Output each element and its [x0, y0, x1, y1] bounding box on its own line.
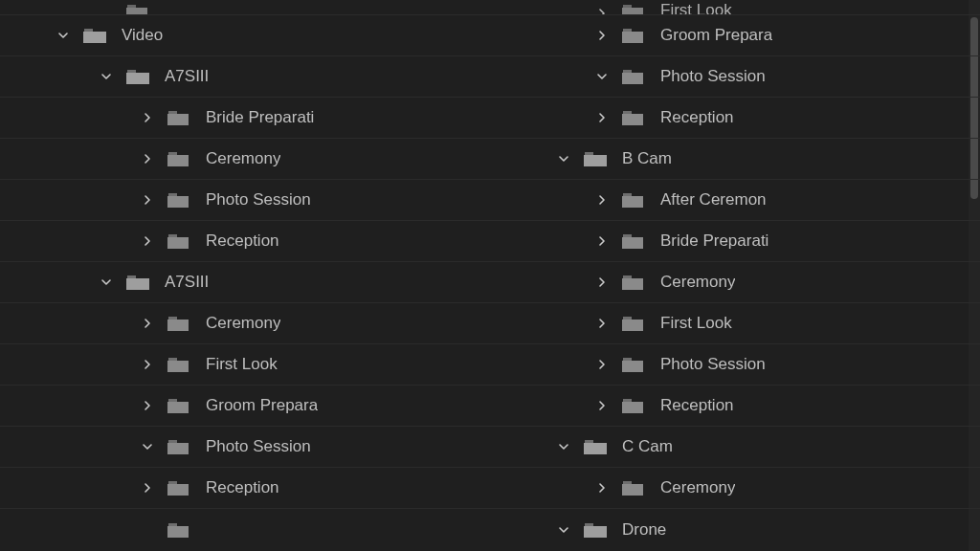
folder-label: Video: [122, 26, 163, 45]
tree-row[interactable]: Photo Session: [0, 180, 531, 221]
folder-icon: [167, 438, 190, 455]
tree-row[interactable]: Bride Preparati: [531, 221, 980, 262]
tree-row[interactable]: Video: [0, 15, 531, 56]
tree-row[interactable]: Ceremony: [0, 303, 531, 344]
tree-row[interactable]: First Look: [531, 0, 980, 15]
svg-rect-8: [168, 152, 177, 155]
folder-icon: [622, 3, 645, 15]
chevron-right-icon: [141, 523, 154, 537]
folder-label: Reception: [206, 478, 279, 497]
folder-tree-right[interactable]: First LookGroom PreparaPhoto SessionRece…: [531, 0, 980, 551]
svg-rect-41: [622, 237, 643, 249]
folder-label: Drone: [622, 520, 666, 540]
svg-rect-9: [167, 155, 189, 166]
svg-rect-22: [168, 440, 177, 443]
tree-row-partial: [0, 0, 531, 15]
svg-rect-40: [623, 234, 632, 237]
chevron-down-icon[interactable]: [141, 440, 154, 453]
svg-rect-25: [167, 484, 189, 496]
svg-rect-24: [168, 481, 177, 484]
tree-row[interactable]: After Ceremon: [531, 180, 980, 221]
chevron-down-icon[interactable]: [557, 440, 570, 453]
chevron-right-icon[interactable]: [595, 276, 609, 289]
folder-label: Ceremony: [206, 149, 280, 168]
chevron-down-icon[interactable]: [100, 70, 113, 83]
svg-rect-45: [622, 320, 643, 331]
chevron-right-icon[interactable]: [141, 111, 154, 124]
chevron-right-icon[interactable]: [595, 317, 609, 330]
chevron-down-icon[interactable]: [557, 152, 570, 165]
chevron-right-icon[interactable]: [141, 193, 154, 207]
folder-label: Groom Prepara: [660, 26, 772, 45]
project-bins: VideoA7SIIIBride PreparatiCeremonyPhoto …: [0, 0, 980, 551]
svg-rect-18: [168, 358, 177, 361]
chevron-right-icon[interactable]: [595, 481, 609, 495]
folder-icon: [622, 274, 645, 291]
tree-row[interactable]: Photo Session: [531, 344, 980, 386]
folder-icon: [622, 397, 645, 414]
tree-row[interactable]: Photo Session: [531, 56, 980, 98]
tree-row[interactable]: First Look: [0, 344, 531, 386]
folder-icon: [622, 315, 645, 332]
chevron-right-icon[interactable]: [595, 7, 609, 15]
chevron-down-icon[interactable]: [595, 70, 609, 83]
folder-icon: [622, 479, 645, 496]
tree-row[interactable]: Reception: [531, 98, 980, 139]
chevron-right-icon[interactable]: [141, 317, 154, 330]
tree-row[interactable]: Reception: [0, 468, 531, 509]
tree-row[interactable]: Reception: [0, 221, 531, 262]
svg-rect-2: [84, 29, 93, 32]
tree-row[interactable]: Drone: [531, 509, 980, 550]
tree-row-partial: [0, 509, 531, 550]
chevron-right-icon[interactable]: [595, 193, 609, 207]
folder-tree-left[interactable]: VideoA7SIIIBride PreparatiCeremonyPhoto …: [0, 0, 531, 551]
tree-row[interactable]: Photo Session: [0, 427, 531, 468]
tree-row[interactable]: First Look: [531, 303, 980, 344]
folder-label: Photo Session: [660, 67, 766, 86]
chevron-right-icon[interactable]: [141, 234, 154, 248]
folder-label: First Look: [206, 355, 278, 374]
svg-rect-11: [167, 196, 189, 208]
tree-row[interactable]: Groom Prepara: [531, 15, 980, 56]
tree-row[interactable]: A7SIII: [0, 56, 531, 98]
folder-icon: [167, 521, 190, 539]
svg-rect-0: [127, 5, 136, 8]
tree-row[interactable]: B Cam: [531, 139, 980, 180]
chevron-right-icon[interactable]: [595, 111, 609, 124]
folder-icon: [622, 68, 645, 85]
svg-rect-23: [167, 443, 189, 454]
tree-row[interactable]: Bride Preparati: [0, 98, 531, 139]
svg-rect-43: [622, 278, 643, 290]
folder-icon: [167, 315, 190, 332]
chevron-right-icon[interactable]: [595, 358, 609, 371]
svg-rect-44: [623, 317, 632, 320]
chevron-right-icon[interactable]: [595, 234, 609, 248]
chevron-down-icon[interactable]: [557, 523, 570, 537]
svg-rect-31: [622, 32, 643, 43]
chevron-right-icon[interactable]: [141, 481, 154, 495]
tree-row[interactable]: Groom Prepara: [0, 386, 531, 427]
folder-icon: [167, 397, 190, 414]
chevron-right-icon[interactable]: [141, 358, 154, 371]
tree-row[interactable]: C Cam: [531, 427, 980, 468]
folder-icon: [126, 68, 149, 85]
chevron-down-icon[interactable]: [56, 29, 70, 42]
tree-row[interactable]: Reception: [531, 386, 980, 427]
svg-rect-54: [585, 523, 593, 526]
folder-label: B Cam: [622, 149, 672, 168]
tree-row[interactable]: Ceremony: [531, 262, 980, 303]
folder-label: Photo Session: [206, 437, 311, 456]
chevron-right-icon[interactable]: [595, 399, 609, 412]
chevron-right-icon[interactable]: [141, 152, 154, 165]
folder-label: Photo Session: [206, 190, 311, 209]
folder-label: Ceremony: [660, 273, 735, 292]
tree-row[interactable]: A7SIII: [0, 262, 531, 303]
svg-rect-5: [126, 73, 149, 84]
chevron-right-icon[interactable]: [141, 399, 154, 412]
svg-rect-15: [126, 278, 149, 290]
svg-rect-47: [622, 361, 643, 372]
chevron-down-icon[interactable]: [100, 276, 113, 289]
chevron-right-icon[interactable]: [595, 29, 609, 42]
tree-row[interactable]: Ceremony: [0, 139, 531, 180]
tree-row[interactable]: Ceremony: [531, 468, 980, 509]
